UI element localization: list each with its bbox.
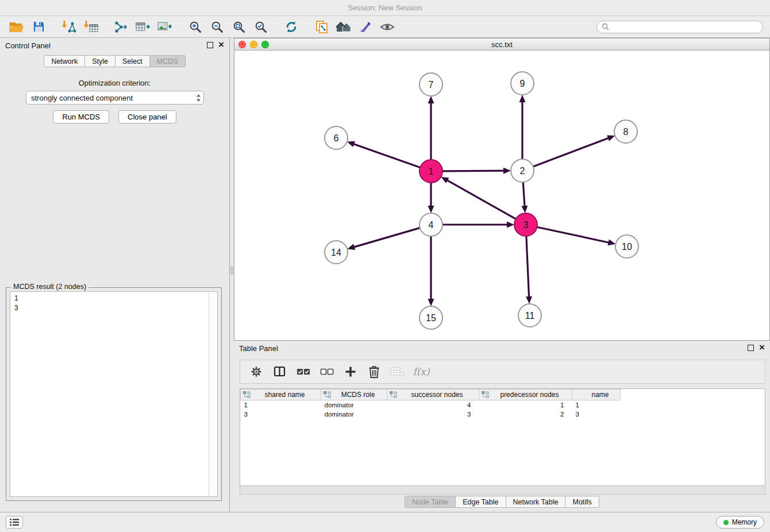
add-column-button[interactable] — [342, 364, 359, 380]
export-network-button[interactable] — [110, 18, 132, 36]
cell-predecessor-nodes[interactable]: 1 — [479, 400, 572, 410]
cell-successor-nodes[interactable]: 4 — [387, 400, 479, 410]
window-minimize-button[interactable]: − — [250, 41, 257, 48]
mcds-result-line: 1 — [14, 294, 217, 303]
status-bar: Memory — [0, 512, 770, 532]
import-network-button[interactable] — [58, 18, 80, 36]
graph-edge-4-14[interactable] — [354, 228, 420, 248]
tab-network[interactable]: Network — [44, 55, 85, 67]
search-field[interactable] — [596, 21, 763, 33]
mcds-result-list[interactable]: 1 3 — [10, 291, 218, 497]
tab-motifs[interactable]: Motifs — [565, 496, 599, 508]
cell-mcds-role[interactable]: dominator — [321, 400, 387, 410]
graph-edge-2-3[interactable] — [523, 182, 525, 206]
control-panel-float-button[interactable] — [207, 42, 213, 48]
tab-mcds[interactable]: MCDS — [149, 55, 186, 67]
control-panel: Control Panel × Network Style Select MCD… — [0, 38, 230, 512]
delete-column-button[interactable] — [366, 364, 382, 380]
graph-edge-3-11[interactable] — [526, 236, 529, 297]
cell-predecessor-nodes[interactable]: 2 — [479, 410, 572, 419]
import-table-button[interactable] — [80, 18, 102, 36]
zoom-in-button[interactable] — [184, 18, 206, 36]
graph-edge-3-1[interactable] — [447, 180, 516, 219]
cell-shared-name[interactable]: 3 — [241, 410, 321, 419]
mcds-result-group: MCDS result (2 nodes) 1 3 — [6, 287, 222, 501]
apply-layout-button[interactable] — [280, 18, 302, 36]
show-graphics-details-button[interactable] — [376, 18, 398, 36]
window-zoom-button[interactable]: + — [261, 41, 269, 48]
network-graph[interactable]: 7968124314101511 — [234, 51, 769, 340]
tab-node-table[interactable]: Node Table — [405, 496, 456, 508]
network-from-selection-button[interactable] — [311, 18, 333, 36]
export-image-button[interactable] — [154, 18, 176, 36]
graph-edge-1-6[interactable] — [353, 144, 420, 168]
graph-node-label-14: 14 — [331, 248, 341, 257]
table-toolbar: f(x) — [240, 360, 765, 384]
deselect-all-rows-button[interactable] — [319, 364, 335, 380]
run-mcds-button[interactable]: Run MCDS — [53, 110, 109, 124]
function-builder-button[interactable]: f(x) — [413, 364, 429, 380]
table-horizontal-scrollbar[interactable] — [240, 486, 765, 495]
result-scrollbar[interactable] — [209, 292, 217, 496]
window-title: Session: New Session — [348, 3, 422, 12]
mcds-result-line: 3 — [14, 303, 217, 313]
zoom-fit-button[interactable] — [228, 18, 250, 36]
table-panel-float-button[interactable] — [748, 345, 754, 351]
cell-name[interactable]: 3 — [572, 410, 621, 419]
titlebar: Session: New Session — [0, 0, 770, 16]
window-close-button[interactable]: × — [238, 41, 246, 48]
cell-shared-name[interactable]: 1 — [241, 400, 321, 410]
graph-edge-1-2[interactable] — [442, 171, 504, 171]
zoom-out-icon — [210, 20, 224, 34]
memory-button[interactable]: Memory — [716, 516, 764, 529]
open-session-button[interactable] — [6, 18, 28, 36]
column-visibility-button[interactable] — [272, 364, 288, 380]
table-panel-title: Table Panel — [239, 344, 278, 353]
column-header-shared-name[interactable]: shared name — [241, 390, 321, 400]
refresh-layout-icon — [284, 20, 298, 34]
zoom-fit-icon — [232, 20, 246, 34]
graph-node-label-2: 2 — [520, 166, 525, 176]
network-canvas[interactable]: 7968124314101511 — [234, 51, 769, 340]
home-icon — [336, 21, 352, 33]
tab-edge-table[interactable]: Edge Table — [455, 496, 506, 508]
home-network-button[interactable] — [333, 18, 355, 36]
panel-menu-button[interactable] — [6, 516, 23, 529]
select-all-rows-button[interactable] — [295, 364, 311, 380]
column-header-mcds-role[interactable]: MCDS role — [321, 390, 387, 400]
optimization-criterion-select[interactable]: strongly connected component — [26, 91, 204, 105]
graph-node-label-10: 10 — [622, 242, 632, 252]
close-panel-button[interactable]: Close panel — [118, 110, 176, 124]
delete-table-button[interactable] — [390, 364, 406, 380]
column-attribute-icon — [243, 391, 251, 400]
column-header-predecessor-nodes[interactable]: predecessor nodes — [479, 390, 572, 400]
graph-edge-2-8[interactable] — [533, 138, 609, 167]
gear-icon — [249, 365, 263, 379]
graph-edge-3-10[interactable] — [537, 227, 609, 242]
list-icon — [10, 519, 19, 526]
tab-network-table[interactable]: Network Table — [506, 496, 566, 508]
memory-status-icon — [723, 520, 729, 525]
graph-node-label-6: 6 — [334, 133, 339, 143]
cell-mcds-role[interactable]: dominator — [321, 410, 387, 419]
apply-style-button[interactable] — [355, 18, 376, 36]
table-panel-close-button[interactable]: × — [759, 344, 765, 351]
export-table-icon — [136, 20, 151, 34]
column-header-name[interactable]: name — [572, 390, 621, 400]
table-settings-button[interactable] — [248, 364, 264, 380]
control-panel-close-button[interactable]: × — [218, 41, 224, 48]
tab-style[interactable]: Style — [84, 55, 116, 67]
splitter-handle[interactable] — [230, 267, 233, 275]
zoom-selected-button[interactable] — [250, 18, 272, 36]
column-attribute-icon — [324, 391, 331, 400]
export-table-button[interactable] — [132, 18, 154, 36]
search-input[interactable] — [612, 23, 758, 31]
tab-select[interactable]: Select — [115, 55, 150, 67]
column-header-successor-nodes[interactable]: successor nodes — [387, 390, 479, 400]
trash-icon — [368, 365, 380, 379]
function-icon: f(x) — [413, 366, 429, 377]
cell-successor-nodes[interactable]: 3 — [387, 410, 479, 419]
save-session-button[interactable] — [28, 18, 49, 36]
cell-name[interactable]: 1 — [572, 400, 621, 410]
zoom-out-button[interactable] — [206, 18, 228, 36]
